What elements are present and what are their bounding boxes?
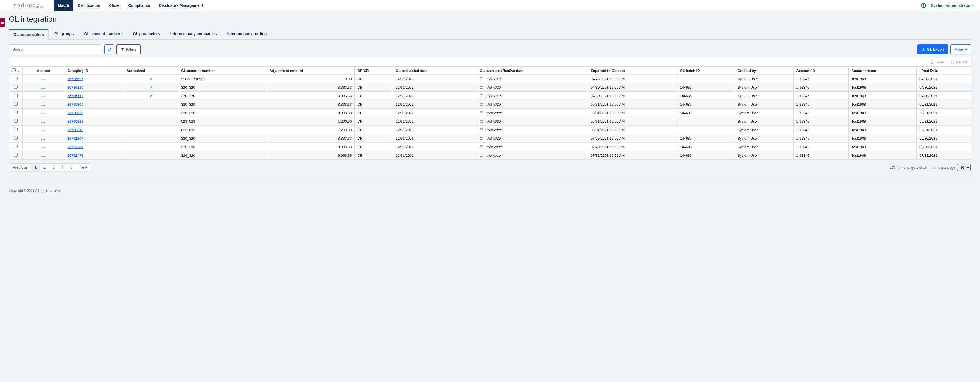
row-checkbox[interactable]: [14, 153, 18, 157]
row-checkbox[interactable]: [14, 76, 18, 80]
per-page-select[interactable]: 10: [957, 164, 970, 171]
row-checkbox[interactable]: [14, 94, 18, 97]
more-button[interactable]: More: [950, 45, 971, 54]
row-actions-menu[interactable]: …: [41, 93, 46, 98]
cell-override-date[interactable]: 12/31/2021: [477, 143, 588, 151]
grouping-id-link[interactable]: 26786110: [68, 85, 83, 89]
cell-drcr: DR: [355, 75, 393, 83]
row-actions-menu[interactable]: …: [41, 153, 46, 158]
cell-acct-id: 1-12345: [793, 92, 848, 100]
cell-override-date[interactable]: 12/31/2021: [477, 100, 588, 109]
cell-override-date[interactable]: 12/31/2021: [477, 92, 588, 100]
col-authorized[interactable]: Authorized: [124, 67, 178, 75]
row-checkbox[interactable]: [14, 127, 18, 131]
tab-gl-groups[interactable]: GL groups: [50, 29, 78, 39]
table-row: …26790312023_0231,200.00DR12/31/202112/3…: [10, 117, 971, 126]
grouping-id-link[interactable]: 26790309: [68, 111, 83, 115]
row-actions-menu[interactable]: …: [41, 127, 46, 132]
svg-rect-5: [480, 86, 483, 88]
main-nav-certification[interactable]: Certification: [73, 0, 105, 11]
search-input[interactable]: [9, 45, 102, 54]
col-grouping-id[interactable]: Grouping ID: [65, 67, 124, 75]
cell-created-by: System User: [735, 151, 793, 160]
cell-calc-date: 12/31/2021: [393, 83, 477, 92]
pager-page-5[interactable]: 5: [67, 163, 76, 172]
revert-button[interactable]: Revert: [951, 60, 967, 64]
cell-amount: 6,666.65: [267, 151, 355, 160]
cell-batch: 144635: [677, 151, 735, 160]
footer-divider: [9, 178, 971, 178]
main-nav-compliance[interactable]: Compliance: [124, 0, 154, 11]
row-actions-menu[interactable]: …: [41, 136, 46, 140]
col-actions[interactable]: Actions: [22, 67, 65, 75]
tab-gl-authorization[interactable]: GL authorization: [9, 29, 49, 40]
grouping-id-link[interactable]: 26790309: [68, 102, 83, 107]
pager-page-4[interactable]: 4: [58, 163, 67, 172]
cell-gl-acct: 320_320: [178, 109, 267, 117]
grouping-id-link[interactable]: 26790312: [68, 128, 83, 132]
col-account-name[interactable]: Account name: [848, 67, 916, 75]
cell-override-date[interactable]: 12/31/2021: [477, 117, 588, 126]
user-menu[interactable]: System Administrator: [931, 3, 974, 8]
grouping-id-link[interactable]: 26790312: [68, 119, 83, 124]
cell-override-date[interactable]: 12/31/2021: [477, 126, 588, 134]
pager-next[interactable]: Next: [76, 163, 91, 172]
row-actions-menu[interactable]: …: [41, 85, 46, 89]
gl-export-button[interactable]: GL Export: [917, 45, 948, 54]
row-actions-menu[interactable]: …: [41, 144, 46, 149]
grouping-id-link[interactable]: 26792207: [68, 145, 83, 149]
grouping-id-link[interactable]: 26786110: [68, 94, 83, 98]
row-checkbox[interactable]: [14, 136, 18, 140]
col-gl-batch-id[interactable]: GL batch ID: [677, 67, 735, 75]
cell-override-date[interactable]: 12/31/2021: [477, 75, 588, 83]
filters-button[interactable]: Filters: [116, 45, 140, 54]
cell-override-date[interactable]: 12/31/2021: [477, 109, 588, 117]
col-exported-to-gl-date[interactable]: Exported to GL date: [588, 67, 677, 75]
cell-gl-acct: *KES_Expense: [178, 75, 267, 83]
row-actions-menu[interactable]: …: [41, 102, 46, 107]
row-actions-menu[interactable]: …: [41, 119, 46, 124]
main-nav-disclosure-management[interactable]: Disclosure Management: [154, 0, 208, 11]
tab-intercompany-routing[interactable]: Intercompany routing: [223, 29, 272, 39]
col-gl-account-number[interactable]: GL account number: [178, 67, 267, 75]
row-actions-menu[interactable]: …: [41, 110, 46, 115]
row-checkbox[interactable]: [14, 145, 18, 148]
tab-gl-account-numbers[interactable]: GL account numbers: [80, 29, 127, 39]
pager-page-3[interactable]: 3: [49, 163, 58, 172]
select-menu-caret-icon[interactable]: [17, 70, 19, 72]
col-created-by[interactable]: Created by: [735, 67, 793, 75]
cell-calc-date: 12/31/2021: [393, 126, 477, 134]
main-nav-match[interactable]: Match: [54, 0, 73, 11]
grouping-id-link[interactable]: 26792475: [68, 153, 83, 158]
col--post-date[interactable]: _Post Date: [916, 67, 971, 75]
pager-page-2[interactable]: 2: [40, 163, 49, 172]
row-checkbox[interactable]: [14, 119, 18, 123]
svg-rect-1: [480, 77, 483, 80]
row-checkbox[interactable]: [14, 102, 18, 106]
col-dr-cr[interactable]: DR/CR: [355, 67, 393, 75]
cell-gl-acct: 320_320: [178, 100, 267, 109]
tab-intercompany-companies[interactable]: Intercompany companies: [166, 29, 221, 39]
row-checkbox[interactable]: [14, 111, 18, 114]
grouping-id-link[interactable]: 26792207: [68, 136, 83, 140]
pager-prev[interactable]: Previous: [9, 163, 31, 172]
gl-export-label: GL Export: [927, 47, 944, 52]
refresh-button[interactable]: [104, 45, 114, 54]
col-adjustment-amount[interactable]: Adjustment amount: [267, 67, 355, 75]
main-nav-close[interactable]: Close: [105, 0, 124, 11]
col-account-id[interactable]: Account ID: [793, 67, 848, 75]
col-gl-calculated-date[interactable]: GL calculated date: [393, 67, 477, 75]
sidebar-toggle[interactable]: [0, 18, 5, 27]
save-button[interactable]: Save: [930, 60, 944, 64]
cell-override-date[interactable]: 12/31/2021: [477, 134, 588, 143]
select-all-checkbox[interactable]: [12, 68, 16, 72]
pager-page-1[interactable]: 1: [31, 163, 40, 172]
cell-override-date[interactable]: 12/31/2021: [477, 83, 588, 92]
col-gl-override-effective-date[interactable]: GL override effective date: [477, 67, 588, 75]
cell-override-date[interactable]: 12/31/2021: [477, 151, 588, 160]
help-icon[interactable]: ?: [921, 3, 926, 8]
row-actions-menu[interactable]: …: [41, 76, 46, 81]
tab-gl-parameters[interactable]: GL parameters: [128, 29, 165, 39]
row-checkbox[interactable]: [14, 85, 18, 89]
grouping-id-link[interactable]: 26785695: [68, 77, 83, 81]
